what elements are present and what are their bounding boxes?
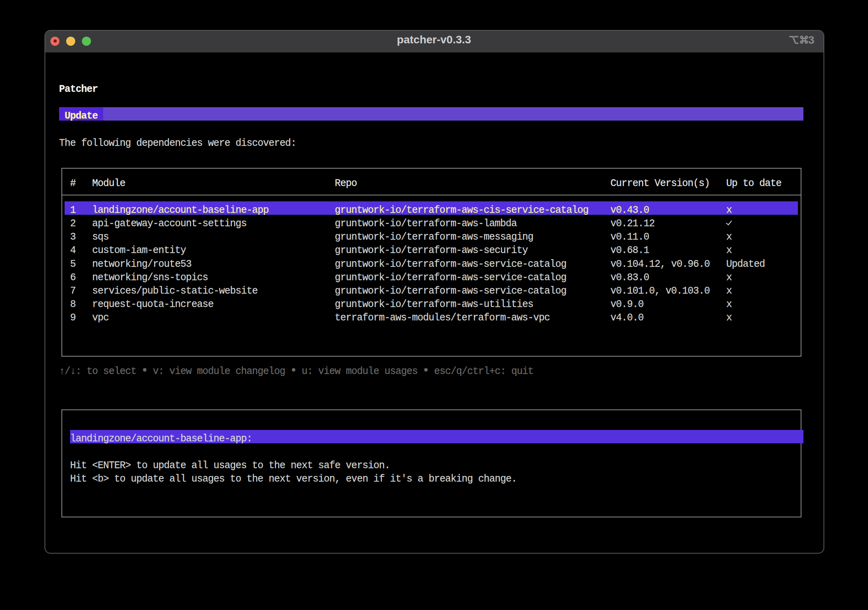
- svg-text:3: 3: [808, 34, 814, 46]
